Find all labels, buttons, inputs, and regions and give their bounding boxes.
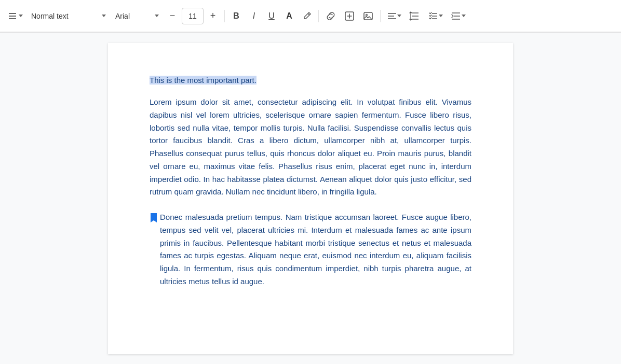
divider-2 (318, 10, 319, 22)
indentation-chevron-icon (462, 15, 466, 17)
text-color-button[interactable]: A (281, 7, 298, 25)
indentation-button[interactable] (447, 7, 469, 25)
alignment-chevron-icon (397, 15, 401, 17)
font-chevron-icon (155, 15, 159, 17)
underline-label: U (268, 11, 275, 21)
bookmark-icon (150, 212, 158, 223)
selected-text-block: This is the most important part. (150, 74, 471, 87)
font-size-control: − 11 + (164, 7, 221, 25)
page: This is the most important part. Lorem i… (108, 43, 513, 354)
selected-text[interactable]: This is the most important part. (150, 76, 256, 85)
link-button[interactable] (322, 7, 340, 25)
bold-label: B (233, 11, 239, 21)
font-name-label: Arial (115, 12, 130, 20)
font-name-dropdown[interactable]: Arial (111, 7, 163, 25)
increase-font-button[interactable]: + (205, 7, 221, 25)
svg-line-3 (308, 13, 309, 15)
pen-icon (302, 11, 312, 21)
color-a-label: A (286, 11, 292, 21)
add-comment-icon (344, 10, 355, 22)
italic-label: I (253, 11, 255, 21)
bold-button[interactable]: B (228, 7, 245, 25)
comment-button[interactable] (341, 7, 358, 25)
menu-chevron-icon (19, 15, 23, 17)
underline-button[interactable]: U (263, 7, 280, 25)
italic-button[interactable]: I (246, 7, 262, 25)
image-button[interactable] (359, 7, 377, 25)
highlight-button[interactable] (299, 7, 315, 25)
alignment-button[interactable] (384, 7, 404, 25)
divider-1 (224, 10, 225, 22)
editor-wrapper: This is the most important part. Lorem i… (0, 33, 621, 364)
checklist-chevron-icon (439, 15, 443, 17)
decrease-font-label: − (170, 10, 176, 21)
bookmark-paragraph: Donec malesuada pretium tempus. Nam tris… (150, 211, 471, 288)
increase-font-label: + (210, 10, 216, 21)
paragraph-style-chevron (102, 15, 106, 17)
line-spacing-button[interactable] (406, 7, 423, 25)
checklist-button[interactable] (424, 7, 446, 25)
alignment-icon (387, 11, 397, 21)
paragraph-1: Lorem ipsum dolor sit amet, consectetur … (150, 96, 471, 199)
indentation-icon (450, 10, 462, 22)
menu-icon (7, 11, 18, 21)
decrease-font-button[interactable]: − (164, 7, 181, 25)
menu-button[interactable] (4, 7, 26, 25)
paragraph-2: Donec malesuada pretium tempus. Nam tris… (160, 211, 471, 288)
font-size-display: 11 (182, 8, 204, 24)
link-icon (325, 10, 336, 22)
paragraph-style-dropdown[interactable]: Normal text (27, 7, 110, 25)
image-icon (362, 10, 374, 22)
paragraph-style-label: Normal text (31, 12, 69, 20)
line-spacing-icon (409, 10, 420, 22)
checklist-icon (427, 10, 439, 22)
divider-3 (380, 10, 381, 22)
svg-point-8 (366, 14, 368, 16)
toolbar: Normal text Arial − 11 + B I U A (0, 0, 621, 32)
